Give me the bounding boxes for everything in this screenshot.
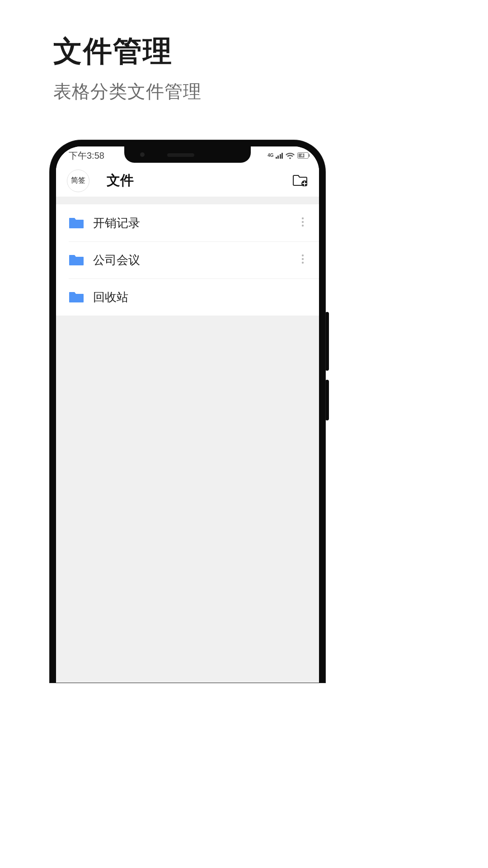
phone-notch bbox=[124, 146, 251, 163]
folder-item[interactable]: 公司会议 bbox=[56, 241, 319, 278]
app-bar: 简签 文件 bbox=[56, 165, 319, 197]
phone-side-button bbox=[325, 312, 329, 371]
empty-area bbox=[56, 316, 319, 683]
more-button[interactable] bbox=[296, 216, 310, 230]
folder-label: 公司会议 bbox=[93, 252, 140, 268]
more-vertical-icon bbox=[301, 254, 304, 266]
svg-point-5 bbox=[302, 221, 304, 223]
section-gap bbox=[56, 197, 319, 204]
add-folder-button[interactable] bbox=[292, 173, 308, 189]
phone-side-button bbox=[325, 380, 329, 420]
svg-point-6 bbox=[302, 225, 304, 226]
svg-rect-1 bbox=[309, 154, 310, 157]
folder-icon bbox=[69, 291, 84, 303]
wifi-icon bbox=[286, 152, 295, 159]
folder-icon bbox=[69, 217, 84, 229]
status-time: 下午3:58 bbox=[69, 150, 104, 162]
svg-point-9 bbox=[302, 262, 304, 264]
folder-item[interactable]: 开销记录 bbox=[56, 204, 319, 241]
folder-icon bbox=[69, 254, 84, 266]
phone-mockup: 下午3:58 4G 简签 文件 bbox=[50, 140, 325, 683]
page-title: 文件管理 bbox=[53, 32, 488, 71]
folder-item[interactable]: 回收站 bbox=[56, 278, 319, 316]
more-button[interactable] bbox=[296, 253, 310, 267]
svg-point-4 bbox=[302, 217, 304, 219]
battery-icon bbox=[297, 152, 310, 159]
add-folder-icon bbox=[293, 174, 307, 188]
app-badge-label: 简签 bbox=[71, 177, 85, 184]
folder-list: 开销记录 公司会议 bbox=[56, 204, 319, 316]
svg-point-8 bbox=[302, 258, 304, 260]
folder-label: 开销记录 bbox=[93, 215, 140, 231]
page-subtitle: 表格分类文件管理 bbox=[53, 79, 488, 104]
svg-point-7 bbox=[302, 255, 304, 256]
app-bar-title: 文件 bbox=[107, 171, 134, 190]
network-type-label: 4G bbox=[267, 153, 273, 158]
folder-label: 回收站 bbox=[93, 289, 128, 305]
signal-icon bbox=[276, 152, 283, 159]
more-vertical-icon bbox=[301, 217, 304, 229]
app-badge[interactable]: 简签 bbox=[67, 170, 89, 192]
